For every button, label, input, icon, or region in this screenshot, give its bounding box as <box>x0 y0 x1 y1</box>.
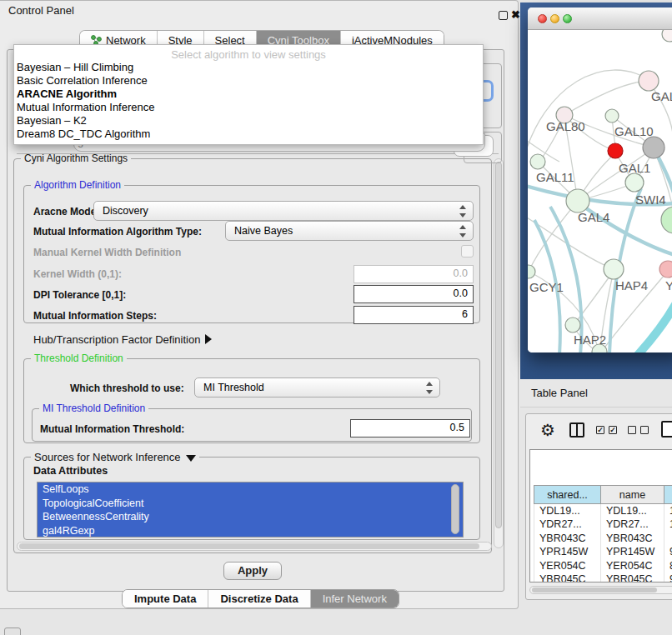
apply-button[interactable]: Apply <box>223 562 282 580</box>
table-cell[interactable]: 13 <box>664 504 672 518</box>
data-attributes-list[interactable]: SelfLoopsTopologicalCoefficientBetweenne… <box>37 482 464 538</box>
table-toolbar: ⚙ ✓ ✓ <box>526 414 672 448</box>
table-hscroll-thumb[interactable] <box>532 588 657 592</box>
float-window-icon[interactable] <box>499 11 508 20</box>
network-node[interactable] <box>528 265 535 278</box>
table-cell[interactable]: YDL19... <box>601 504 664 518</box>
network-node[interactable] <box>639 71 659 91</box>
attribute-list-item[interactable]: BetweennessCentrality <box>38 510 463 524</box>
table-cell[interactable]: 8. <box>664 559 672 573</box>
table-cell[interactable] <box>664 532 672 546</box>
network-node-label: GAL10 <box>614 124 654 138</box>
stepper-icon <box>459 205 467 218</box>
select-all-checkbox-icon[interactable]: ✓ <box>596 426 604 434</box>
table-cell[interactable]: YBR045C <box>534 572 601 582</box>
table-cell[interactable]: 12 <box>664 518 672 532</box>
network-node[interactable] <box>530 154 545 169</box>
network-node-label: GAL11 <box>536 170 574 184</box>
table-cell[interactable]: YBR043C <box>534 532 601 546</box>
hscroll-thumb[interactable] <box>19 543 479 549</box>
table-row[interactable]: YBR045CYBR045C9. <box>534 572 672 582</box>
table-cell[interactable]: YDR27... <box>601 518 664 532</box>
kernel-width-field[interactable]: 0.0 <box>354 265 474 283</box>
table-row[interactable]: YPR145WYPR145W9. <box>534 545 672 559</box>
hub-definition-toggle[interactable]: Hub/Transcription Factor Definition <box>33 333 212 346</box>
sources-group-title[interactable]: Sources for Network Inference <box>31 451 199 463</box>
table-cell[interactable]: YDR27... <box>534 518 601 532</box>
table-row[interactable]: YBR043CYBR043C <box>534 532 672 546</box>
algorithm-definition-title: Algorithm Definition <box>31 179 124 191</box>
network-node-label: Y <box>665 278 672 292</box>
attribute-list-item[interactable]: SelfLoops <box>38 482 463 497</box>
table-cell[interactable]: 9. <box>664 572 672 582</box>
network-node[interactable] <box>566 189 589 212</box>
which-threshold-select[interactable]: MI Threshold <box>194 378 440 398</box>
network-canvas[interactable]: GALGAL80GAL10GAL11GAL1SWI4GAL4GCY1HAP4YH… <box>528 30 672 352</box>
algorithm-option[interactable]: Mutual Information Inference <box>14 101 483 114</box>
vscroll-thumb[interactable] <box>495 162 502 528</box>
minimized-panel-icon[interactable] <box>4 628 21 635</box>
manual-kernel-checkbox[interactable] <box>461 245 474 258</box>
table-cell[interactable]: YPR145W <box>534 545 601 559</box>
zoom-traffic-light-icon[interactable] <box>563 14 572 23</box>
network-node[interactable] <box>643 137 664 158</box>
column-header-cut[interactable] <box>664 486 672 504</box>
aracne-mode-select[interactable]: Discovery <box>93 201 474 221</box>
select-all-checkbox-icon[interactable]: ✓ <box>609 426 617 434</box>
network-node[interactable] <box>659 261 672 278</box>
network-view-window[interactable]: GALGAL80GAL10GAL11GAL1SWI4GAL4GCY1HAP4YH… <box>528 8 672 352</box>
table-cell[interactable]: YDL19... <box>534 504 601 518</box>
network-node[interactable] <box>604 259 624 279</box>
network-node[interactable] <box>662 30 672 42</box>
network-edge[interactable] <box>636 300 672 352</box>
mi-steps-field[interactable]: 6 <box>354 306 474 324</box>
minimize-traffic-light-icon[interactable] <box>550 14 559 23</box>
table-cell[interactable]: YBR043C <box>601 532 664 546</box>
close-traffic-light-icon[interactable] <box>538 14 547 23</box>
deselect-all-checkbox-icon[interactable] <box>628 426 636 434</box>
algorithm-option[interactable]: Basic Correlation Inference <box>14 74 483 88</box>
dpi-tolerance-field[interactable]: 0.0 <box>354 285 474 303</box>
network-graph[interactable]: GALGAL80GAL10GAL11GAL1SWI4GAL4GCY1HAP4YH… <box>528 30 672 352</box>
column-header-name[interactable]: name <box>601 486 664 504</box>
table-panel: ⚙ ✓ ✓ shared... name YDL19...YDL19...13Y… <box>525 413 672 600</box>
algorithm-option[interactable]: Bayesian – Hill Climbing <box>14 61 483 74</box>
settings-horizontal-scrollbar[interactable] <box>17 542 492 551</box>
mi-threshold-field[interactable]: 0.5 <box>350 419 470 438</box>
network-node[interactable] <box>661 207 672 233</box>
tab-discretize-data[interactable]: Discretize Data <box>208 590 310 608</box>
network-edge[interactable] <box>564 81 649 115</box>
network-node[interactable] <box>625 173 644 192</box>
table-row[interactable]: YDR27...YDR27...12 <box>534 518 672 532</box>
table-cell[interactable]: 9. <box>664 545 672 559</box>
algorithm-option[interactable]: Dream8 DC_TDC Algorithm <box>14 128 483 141</box>
attributes-list-scrollbar[interactable] <box>451 484 459 534</box>
network-node[interactable] <box>565 318 580 332</box>
network-window-titlebar[interactable] <box>528 8 672 30</box>
network-node[interactable] <box>605 109 619 122</box>
network-node[interactable] <box>608 143 623 158</box>
table-cell[interactable]: YER054C <box>601 559 664 573</box>
column-header-shared-name[interactable]: shared... <box>534 486 601 504</box>
columns-icon[interactable] <box>569 422 584 438</box>
algorithm-option[interactable]: ARACNE Algorithm <box>14 88 483 101</box>
table-horizontal-scrollbar[interactable] <box>529 586 672 594</box>
table-row[interactable]: YER054CYER054C8. <box>534 559 672 573</box>
table-row[interactable]: YDL19...YDL19...13 <box>534 504 672 518</box>
tab-impute-data[interactable]: Impute Data <box>123 590 208 608</box>
close-icon[interactable]: ✖ <box>511 8 520 21</box>
deselect-all-checkbox-icon[interactable] <box>640 426 649 434</box>
settings-vertical-scrollbar[interactable] <box>494 158 504 548</box>
table-cell[interactable]: YBR045C <box>601 572 664 582</box>
table-cell[interactable]: YPR145W <box>601 545 664 559</box>
tab-infer-network[interactable]: Infer Network <box>311 590 399 608</box>
table-cell[interactable]: YER054C <box>534 559 601 573</box>
gear-icon[interactable]: ⚙ <box>540 420 555 440</box>
document-icon[interactable] <box>661 421 672 438</box>
threshold-definition-title: Threshold Definition <box>31 352 127 364</box>
algorithm-option[interactable]: Bayesian – K2 <box>14 114 483 128</box>
attribute-list-item[interactable]: TopologicalCoefficient <box>38 497 463 511</box>
node-table: shared... name YDL19...YDL19...13YDR27..… <box>529 449 672 582</box>
mi-type-select[interactable]: Naive Bayes <box>225 221 474 241</box>
attribute-list-item[interactable]: gal4RGexp <box>38 524 463 538</box>
